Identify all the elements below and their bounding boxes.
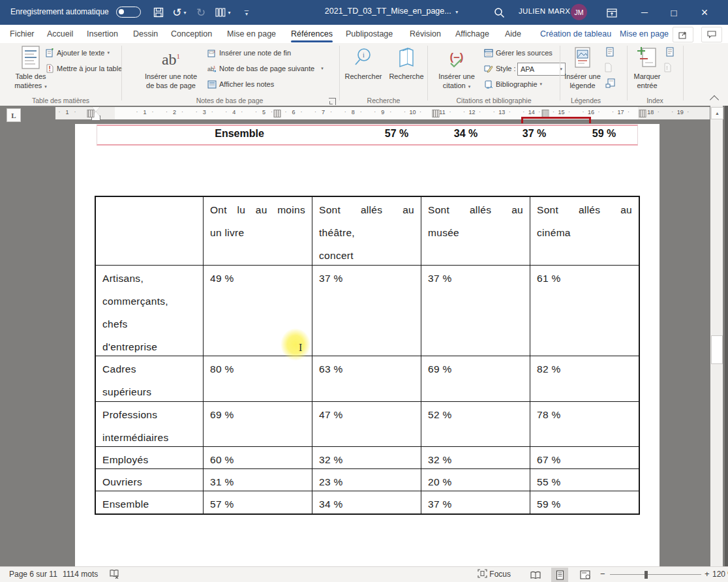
marquer-entree-button[interactable]: Marquer entrée (630, 44, 664, 90)
value-cell[interactable]: 78 % (530, 402, 639, 447)
inserer-note-de-fin-button[interactable]: i Insérer une note de fin (207, 47, 291, 59)
partial-table-row[interactable]: Ensemble 57 % 34 % 37 % 59 % (97, 125, 638, 146)
focus-button[interactable]: Focus (478, 569, 511, 579)
table-column-marker-icon[interactable] (274, 110, 281, 117)
scrollbar-thumb[interactable] (711, 335, 723, 364)
inserer-legende-button[interactable]: Insérer une légende (562, 44, 603, 90)
header-cell[interactable] (96, 197, 204, 266)
comments-button[interactable] (701, 27, 722, 42)
document-title[interactable]: 2021_TD_03_TT_Mise_en_page... ▾ (307, 7, 476, 16)
vertical-scrollbar[interactable]: ▲ (710, 106, 723, 566)
value-cell[interactable]: 23 % (312, 469, 421, 491)
inserer-note-bas-page-button[interactable]: ab1 Insérer une note de bas de page (138, 44, 204, 90)
collapse-ribbon-button[interactable] (710, 95, 719, 104)
value-cell[interactable]: 80 % (204, 356, 312, 402)
note-suivante-button[interactable]: ab1 Note de bas de page suivante ▾ (207, 63, 324, 74)
partial-row-value[interactable]: 37 % (523, 128, 546, 140)
row-label-cell[interactable]: Professionsintermédiaires (96, 402, 204, 447)
web-layout-button[interactable] (577, 568, 594, 582)
print-layout-button[interactable] (551, 568, 568, 582)
value-cell[interactable]: 61 % (530, 266, 639, 356)
maximize-button[interactable]: □ (661, 0, 687, 25)
row-label-cell[interactable]: Ensemble (96, 491, 204, 513)
document-page[interactable]: Ensemble 57 % 34 % 37 % 59 % Ontluaumoin… (75, 124, 660, 566)
header-cell[interactable]: Sontallésaumusée (421, 197, 530, 266)
value-cell[interactable]: 32 % (421, 447, 530, 469)
recherche-button[interactable]: Recherche (386, 44, 427, 81)
autosave-toggle[interactable] (116, 7, 141, 18)
customize-qat-button[interactable]: ─ ▾ (239, 4, 254, 21)
value-cell[interactable]: 69 % (204, 402, 312, 447)
inserer-index-button[interactable] (665, 46, 675, 57)
value-cell[interactable]: 37 % (421, 491, 530, 513)
inserer-citation-button[interactable]: (–) Insérer une citation▾ (432, 44, 481, 91)
value-cell[interactable]: 34 % (312, 491, 421, 513)
style-select[interactable]: APA ▾ (517, 63, 566, 76)
inserer-table-illustrations-button[interactable] (605, 46, 614, 57)
value-cell[interactable]: 47 % (312, 402, 421, 447)
renvoi-button[interactable] (605, 77, 615, 89)
row-label-cell[interactable]: Ouvriers (96, 469, 204, 491)
ajouter-le-texte-button[interactable]: Ajouter le texte ▾ (46, 47, 110, 59)
horizontal-ruler[interactable]: 1··1··2··3··4··5··6··7··8··9··10··11··12… (55, 107, 710, 119)
zoom-slider-knob[interactable] (645, 571, 648, 579)
value-cell[interactable]: 82 % (530, 356, 639, 402)
header-cell[interactable]: Sontallésaucinéma (530, 197, 639, 266)
tab-stop-selector[interactable]: L (7, 108, 21, 122)
value-cell[interactable]: 37 % (312, 266, 421, 356)
row-label-cell[interactable]: Employés (96, 447, 204, 469)
word-count[interactable]: 1114 mots (63, 570, 98, 579)
zoom-slider-track[interactable] (610, 574, 701, 575)
tab-creation-de-tableau[interactable]: Création de tableau (540, 25, 611, 43)
gerer-les-sources-button[interactable]: Gérer les sources (484, 47, 553, 59)
header-cell[interactable]: Ontluaumoinsun livre (204, 197, 312, 266)
tab-fichier[interactable]: Fichier (10, 25, 35, 43)
row-label-cell[interactable]: Cadressupérieurs (96, 356, 204, 402)
partial-row-label[interactable]: Ensemble (215, 128, 264, 140)
user-name[interactable]: JULIEN MARX (519, 7, 570, 15)
table-column-marker-icon[interactable] (87, 110, 95, 117)
value-cell[interactable]: 31 % (204, 469, 312, 491)
read-mode-button[interactable] (527, 568, 544, 582)
tab-references[interactable]: Références (291, 25, 333, 43)
value-cell[interactable]: 32 % (312, 447, 421, 469)
value-cell[interactable]: 52 % (421, 402, 530, 447)
tab-dessin[interactable]: Dessin (133, 25, 158, 43)
value-cell[interactable]: 59 % (530, 491, 639, 513)
columns-button[interactable]: ▾ (211, 4, 235, 21)
table-column-marker-icon[interactable] (639, 110, 646, 117)
footnotes-dialog-launcher[interactable] (329, 98, 336, 105)
value-cell[interactable]: 63 % (312, 356, 421, 402)
partial-row-value[interactable]: 34 % (454, 128, 478, 140)
tab-affichage[interactable]: Affichage (455, 25, 489, 43)
tab-publipostage[interactable]: Publipostage (346, 25, 393, 43)
value-cell[interactable]: 60 % (204, 447, 312, 469)
value-cell[interactable]: 69 % (421, 356, 530, 402)
value-cell[interactable]: 57 % (204, 491, 312, 513)
minimize-button[interactable]: ─ (631, 0, 658, 25)
search-button[interactable] (491, 5, 508, 20)
tab-mise-en-page[interactable]: Mise en page (227, 25, 276, 43)
tab-aide[interactable]: Aide (505, 25, 521, 43)
row-label-cell[interactable]: Artisans,commerçants,chefsd'entreprise (96, 266, 204, 356)
zoom-level[interactable]: 120 % (712, 570, 728, 579)
value-cell[interactable]: 67 % (530, 447, 639, 469)
avatar[interactable]: JM (571, 4, 587, 20)
save-button[interactable] (150, 4, 167, 21)
page-indicator[interactable]: Page 6 sur 11 (9, 570, 57, 579)
partial-row-value[interactable]: 57 % (385, 128, 408, 140)
close-button[interactable]: × (691, 0, 718, 25)
bibliographie-button[interactable]: Bibliographie ▾ (484, 78, 542, 90)
ribbon-display-options-button[interactable] (603, 5, 620, 21)
afficher-les-notes-button[interactable]: Afficher les notes (207, 78, 274, 90)
scroll-up-button[interactable]: ▲ (711, 107, 723, 119)
table-column-marker-icon[interactable] (432, 110, 440, 117)
proofing-status-button[interactable] (110, 569, 119, 581)
value-cell[interactable]: 55 % (530, 469, 639, 491)
tab-conception[interactable]: Conception (171, 25, 212, 43)
mettre-a-jour-button[interactable]: ! Mettre à jour la table (46, 63, 122, 74)
tab-revision[interactable]: Révision (410, 25, 441, 43)
share-button[interactable] (673, 27, 693, 42)
tab-accueil[interactable]: Accueil (47, 25, 73, 43)
value-cell[interactable]: 37 % (421, 266, 530, 356)
